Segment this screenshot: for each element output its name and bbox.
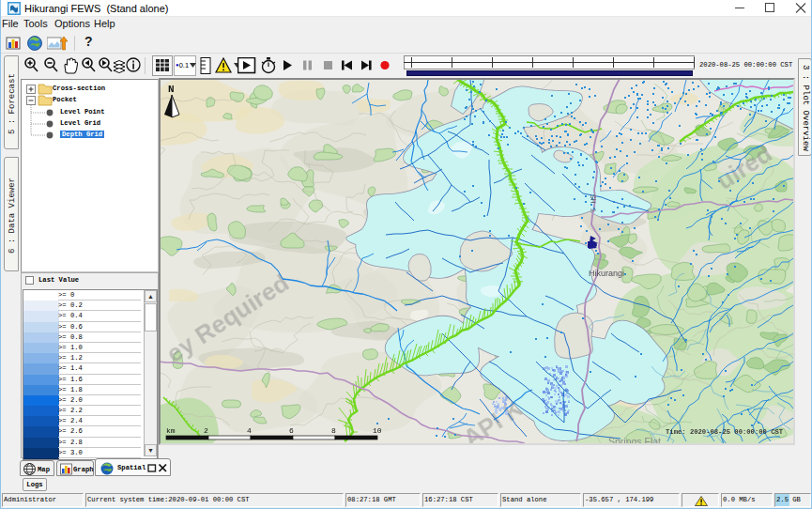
svg-text:8: 8 [331,426,336,435]
svg-text:Hikurangi: Hikurangi [589,269,624,278]
svg-text:N: N [168,84,175,95]
svg-text:km: km [166,426,176,435]
svg-text:Time: 2020-08-25 00:00:00 CST: Time: 2020-08-25 00:00:00 CST [666,428,784,436]
svg-text:10: 10 [373,426,382,435]
svg-text:SH 1: SH 1 [589,194,598,213]
svg-text:Springs Flat: Springs Flat [608,436,661,443]
svg-text:4: 4 [247,426,252,435]
svg-text:6: 6 [289,426,294,435]
svg-text:2: 2 [204,426,208,435]
